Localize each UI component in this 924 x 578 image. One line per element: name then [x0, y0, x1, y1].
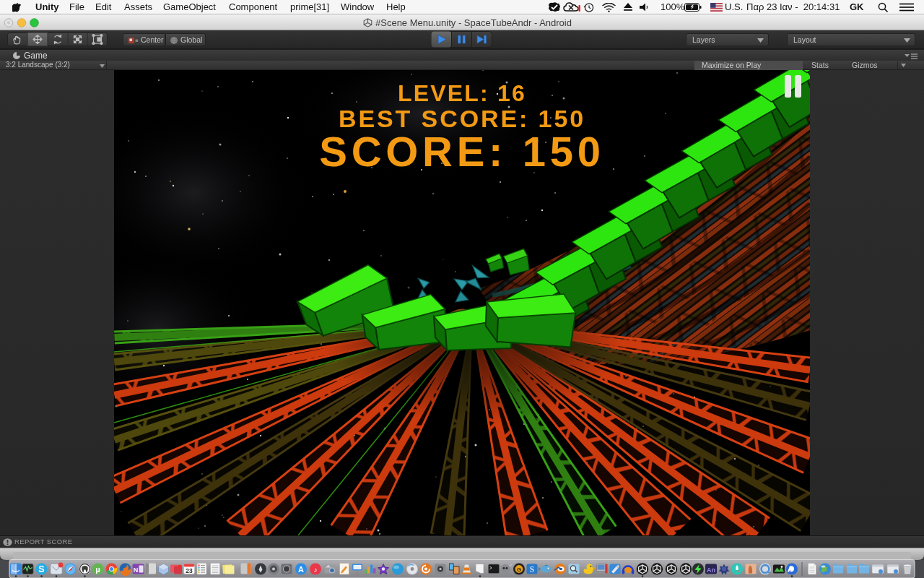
- svg-text:LEVEL: 16: LEVEL: 16: [398, 80, 526, 106]
- svg-text:G: G: [517, 566, 521, 573]
- svg-text:µ: µ: [95, 565, 100, 574]
- svg-text:SCORE: 150: SCORE: 150: [319, 128, 604, 175]
- svg-text:A: A: [298, 565, 304, 574]
- svg-text:S: S: [38, 564, 44, 574]
- svg-text:♪: ♪: [314, 566, 318, 574]
- svg-text:An: An: [707, 566, 715, 574]
- svg-text:23: 23: [186, 567, 193, 574]
- svg-text:S: S: [530, 565, 534, 574]
- svg-text:N: N: [134, 566, 139, 574]
